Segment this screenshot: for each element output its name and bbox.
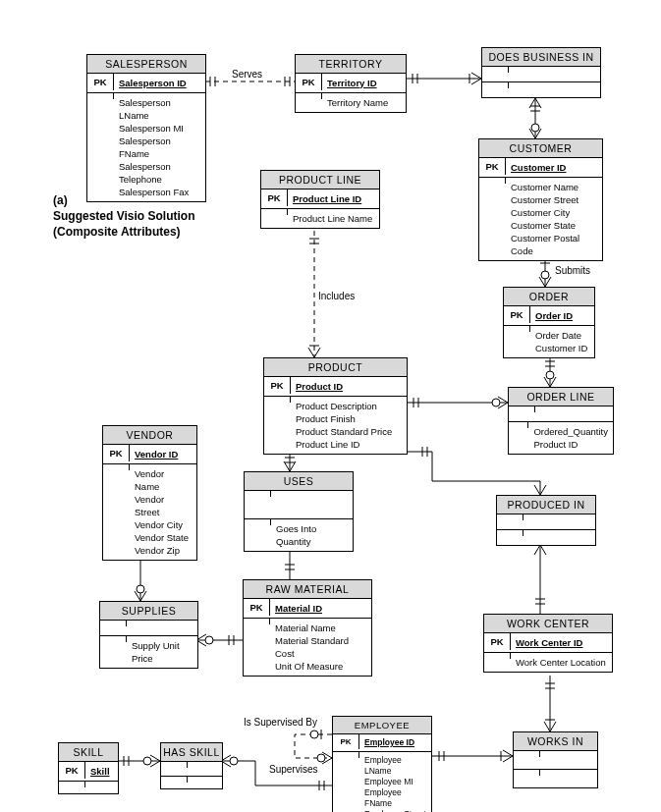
svg-point-59 [143, 757, 151, 765]
label-supervises: Supervises [269, 764, 317, 775]
svg-point-12 [531, 124, 539, 132]
entity-raw-material: RAW MATERIAL PKMaterial ID Material Name… [243, 579, 372, 677]
entity-order-line: ORDER LINE Ordered_QuantityProduct ID [508, 387, 614, 455]
svg-point-51 [137, 585, 144, 593]
svg-point-65 [317, 754, 325, 762]
entity-has-skill: HAS SKILL [160, 742, 223, 789]
entity-attrs: Salesperson LNameSalesperson MISalespers… [114, 93, 205, 201]
entity-skill: SKILL PKSkill [58, 742, 119, 794]
entity-territory: TERRITORY PKTerritory ID Territory Name [295, 54, 407, 113]
entity-salesperson: SALESPERSON PKSalesperson ID Salesperson… [86, 54, 206, 202]
svg-point-64 [310, 731, 318, 738]
entity-work-center: WORK CENTER PKWork Center ID Work Center… [483, 614, 613, 673]
entity-vendor: VENDOR PKVendor ID Vendor NameVendor Str… [102, 425, 197, 561]
svg-point-24 [492, 399, 500, 406]
svg-point-60 [230, 757, 238, 765]
svg-point-16 [541, 271, 549, 279]
entity-produced-in: PRODUCED IN [496, 495, 596, 546]
entity-customer: CUSTOMER PKCustomer ID Customer NameCust… [478, 138, 603, 261]
svg-point-53 [205, 636, 213, 644]
label-includes: Includes [318, 291, 355, 301]
entity-supplies: SUPPLIES Supply Unit Price [99, 601, 198, 669]
entity-product: PRODUCT PKProduct ID Product Description… [263, 357, 408, 455]
entity-title: SALESPERSON [87, 55, 205, 74]
entity-employee: EMPLOYEE PKEmployee ID Employee LNameEmp… [332, 716, 432, 812]
label-serves: Serves [232, 69, 262, 80]
label-submits: Submits [555, 265, 590, 276]
label-supervised-by: Is Supervised By [244, 717, 317, 728]
entity-does-business-in: DOES BUSINESS IN [481, 47, 601, 98]
entity-works-in: WORKS IN [513, 731, 598, 788]
entity-order: ORDER PKOrder ID Order DateCustomer ID [503, 287, 595, 358]
svg-point-20 [546, 371, 554, 379]
entity-product-line: PRODUCT LINE PKProduct Line ID Product L… [260, 170, 380, 229]
entity-uses: USES Goes Into Quantity [244, 471, 354, 552]
